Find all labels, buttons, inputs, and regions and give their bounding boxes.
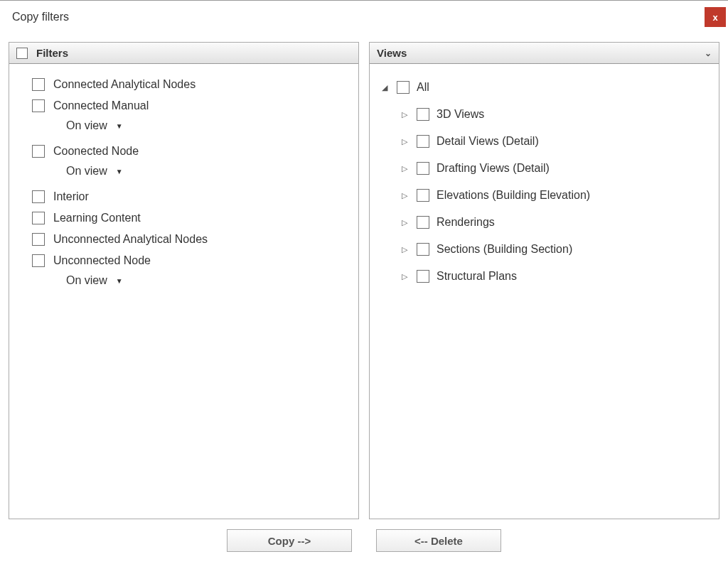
filter-checkbox[interactable]	[32, 190, 45, 203]
tree-expand-icon[interactable]: ▷	[400, 137, 410, 146]
views-body: ◢ All ▷ 3D Views ▷ Detail Views (Detail)	[370, 64, 719, 519]
tree-item-label: Drafting Views (Detail)	[437, 162, 550, 175]
tree-checkbox[interactable]	[417, 162, 429, 175]
delete-button[interactable]: <-- Delete	[376, 529, 501, 552]
tree-checkbox[interactable]	[417, 216, 429, 229]
chevron-down-icon: ▼	[116, 277, 123, 285]
tree-item-label: Elevations (Building Elevation)	[437, 189, 590, 202]
tree-expand-icon[interactable]: ▷	[400, 272, 410, 281]
tree-checkbox[interactable]	[417, 135, 429, 148]
tree-children: ▷ 3D Views ▷ Detail Views (Detail) ▷ Dra…	[380, 105, 709, 286]
tree-expand-icon[interactable]: ▷	[400, 110, 410, 119]
copy-button-label: Copy -->	[268, 535, 311, 547]
tree-root-label: All	[417, 81, 429, 94]
tree-item[interactable]: ▷ Sections (Building Section)	[400, 240, 709, 259]
filter-on-view-dropdown[interactable]: On view ▼	[45, 165, 348, 178]
filter-label: Unconnected Analytical Nodes	[53, 233, 208, 246]
tree-expand-icon[interactable]: ▷	[400, 191, 410, 200]
chevron-down-icon: ▼	[116, 122, 123, 130]
filter-label: Interior	[53, 190, 89, 203]
filters-panel: Filters Connected Analytical Nodes Conne…	[9, 42, 359, 519]
filter-item[interactable]: Unconnected Analytical Nodes	[32, 233, 348, 246]
filter-label: Connected Analytical Nodes	[53, 78, 196, 91]
filter-label: Learning Content	[53, 212, 141, 224]
filter-item[interactable]: Interior	[32, 190, 348, 203]
filters-select-all-checkbox[interactable]	[16, 48, 28, 59]
close-icon: x	[712, 13, 717, 22]
filter-item[interactable]: Connected Analytical Nodes	[32, 78, 348, 91]
on-view-label: On view	[66, 119, 107, 132]
close-button[interactable]: x	[705, 7, 726, 27]
views-panel: Views ⌄ ◢ All ▷ 3D Views ▷	[369, 42, 719, 519]
tree-item[interactable]: ▷ Drafting Views (Detail)	[400, 159, 709, 178]
filter-label: Coonected Node	[53, 145, 139, 158]
filter-checkbox[interactable]	[32, 99, 45, 112]
tree-expand-icon[interactable]: ▷	[400, 164, 410, 173]
on-view-label: On view	[66, 165, 107, 178]
footer: Copy --> <-- Delete	[0, 519, 728, 563]
tree-item[interactable]: ▷ 3D Views	[400, 105, 709, 124]
tree-item[interactable]: ▷ Elevations (Building Elevation)	[400, 186, 709, 205]
filter-checkbox[interactable]	[32, 212, 45, 224]
filters-header: Filters	[9, 43, 358, 64]
tree-expand-icon[interactable]: ▷	[400, 218, 410, 227]
filter-item[interactable]: Unconnected Node	[32, 254, 348, 267]
filters-header-label: Filters	[36, 47, 68, 59]
tree-checkbox[interactable]	[397, 81, 410, 94]
copy-button[interactable]: Copy -->	[227, 529, 352, 552]
on-view-label: On view	[66, 274, 107, 287]
tree-collapse-icon[interactable]: ◢	[380, 83, 390, 92]
title-bar: Copy filters x	[0, 1, 728, 33]
filter-item[interactable]: Connected Manual	[32, 99, 348, 112]
tree-item[interactable]: ▷ Detail Views (Detail)	[400, 132, 709, 151]
tree-item-label: Renderings	[437, 216, 495, 229]
views-header-label: Views	[377, 47, 407, 59]
views-tree: ◢ All ▷ 3D Views ▷ Detail Views (Detail)	[380, 78, 709, 286]
tree-item-label: Structural Plans	[437, 270, 517, 283]
filter-on-view-dropdown[interactable]: On view ▼	[45, 119, 348, 132]
tree-checkbox[interactable]	[417, 270, 429, 283]
window-title: Copy filters	[12, 11, 69, 23]
filter-checkbox[interactable]	[32, 145, 45, 158]
filters-list: Connected Analytical Nodes Connected Man…	[19, 78, 348, 287]
filter-on-view-dropdown[interactable]: On view ▼	[45, 274, 348, 287]
filter-checkbox[interactable]	[32, 254, 45, 267]
filter-item[interactable]: Coonected Node	[32, 145, 348, 158]
filter-checkbox[interactable]	[32, 233, 45, 246]
tree-root[interactable]: ◢ All	[380, 78, 709, 97]
tree-item[interactable]: ▷ Structural Plans	[400, 267, 709, 286]
filter-checkbox[interactable]	[32, 78, 45, 91]
tree-item-label: 3D Views	[437, 108, 484, 121]
filter-label: Connected Manual	[53, 99, 149, 112]
content-area: Filters Connected Analytical Nodes Conne…	[0, 33, 728, 519]
filter-label: Unconnected Node	[53, 254, 151, 267]
delete-button-label: <-- Delete	[414, 535, 463, 547]
tree-item-label: Sections (Building Section)	[437, 243, 572, 256]
chevron-down-icon[interactable]: ⌄	[705, 48, 712, 58]
views-header: Views ⌄	[370, 43, 719, 64]
tree-item-label: Detail Views (Detail)	[437, 135, 539, 148]
tree-item[interactable]: ▷ Renderings	[400, 213, 709, 232]
filter-item[interactable]: Learning Content	[32, 212, 348, 224]
tree-checkbox[interactable]	[417, 108, 429, 121]
chevron-down-icon: ▼	[116, 168, 123, 175]
tree-checkbox[interactable]	[417, 243, 429, 256]
filters-body: Connected Analytical Nodes Connected Man…	[9, 64, 358, 519]
tree-checkbox[interactable]	[417, 189, 429, 202]
tree-expand-icon[interactable]: ▷	[400, 245, 410, 254]
